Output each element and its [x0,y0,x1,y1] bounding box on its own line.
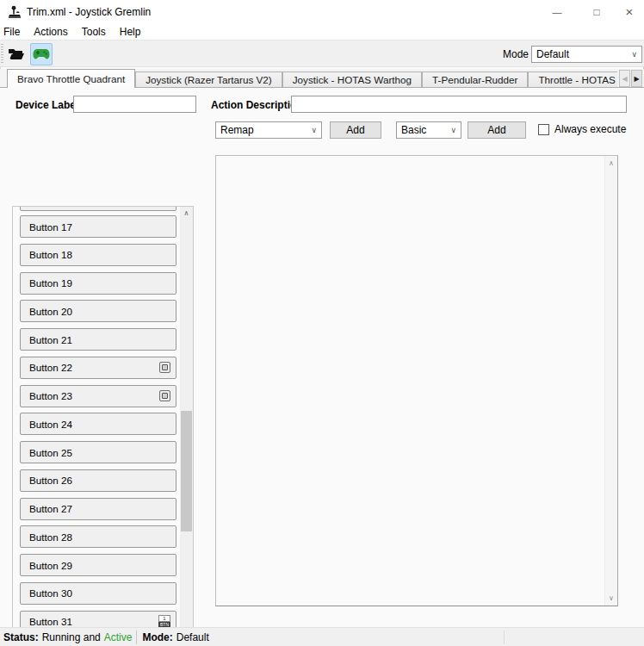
add-action-button[interactable]: Add [330,121,381,139]
remap-button-icon [159,390,170,401]
panel-vertical-scrollbar[interactable]: ∧ ∨ [604,156,617,606]
maximize-button[interactable]: □ [582,0,611,24]
tabs-container: Bravo Throttle QuadrantJoystick (Razer T… [7,69,617,88]
tab-scroll-right-button[interactable]: ▶ [631,70,642,87]
chevron-down-icon: ∨ [631,47,637,62]
open-folder-icon [8,47,25,61]
input-button-label: Button 24 [29,419,72,430]
device-tab-bar: Bravo Throttle QuadrantJoystick (Razer T… [0,69,644,88]
device-label-caption: Device Label [15,99,78,111]
menu-item-actions[interactable]: Actions [27,24,74,40]
tab-scroll-left-button[interactable]: ◀ [619,70,630,87]
menu-item-file[interactable]: File [0,24,27,40]
input-button-label: Button 17 [29,221,72,233]
activate-button[interactable] [30,43,53,65]
input-button-row[interactable]: Button 22 [20,357,176,379]
mode-select-value: Default [536,48,569,60]
input-button-label: Button 23 [29,390,72,401]
scroll-up-icon[interactable]: ∧ [605,157,617,170]
tab-t-pendular-rudder[interactable]: T-Pendular-Rudder [422,71,528,88]
input-button-label: Button 30 [29,587,72,599]
close-button[interactable]: × [615,0,644,24]
toolbar: Mode Default ∨ [0,40,644,67]
input-button-label: Button 29 [29,560,72,571]
input-button-label: Button 25 [29,447,72,458]
status-label: Status: [3,631,39,643]
menu-item-tools[interactable]: Tools [75,24,113,40]
scroll-down-icon[interactable]: ∨ [605,592,617,605]
input-button-label: Button 31 [29,616,72,627]
input-button-label: Button 26 [29,475,72,486]
always-execute-checkbox[interactable] [538,124,549,135]
input-button-row[interactable]: Button 21 [20,328,176,351]
input-button-row[interactable]: Button 20 [20,300,176,322]
device-page: Device Label Action Description Button 1… [0,88,644,627]
vertical-scroll-thumb[interactable] [181,411,192,531]
menu-bar: FileActionsToolsHelp [0,24,644,40]
vjoy-remap-icon: 1BTN [158,615,170,628]
condition-type-value: Basic [401,124,426,136]
device-label-input[interactable] [73,96,196,113]
tab-bravo-throttle-quadrant[interactable]: Bravo Throttle Quadrant [7,69,135,88]
input-button-label: Button 19 [29,277,72,289]
tab-throttle-hotas-warthog[interactable]: Throttle - HOTAS Warthog [528,71,617,88]
window-title: Trim.xml - Joystick Gremlin [27,0,151,24]
input-button-row[interactable]: Button 29 [20,554,176,576]
input-button-row[interactable]: Button 18 [20,244,176,266]
mode-label: Mode [503,40,529,68]
gamepad-icon [33,48,50,60]
status-panel-divider [504,630,505,644]
input-button-label: Button 20 [29,306,72,317]
title-bar: Trim.xml - Joystick Gremlin — □ × [0,0,644,24]
list-vertical-scrollbar[interactable]: ∧ ∨ [180,207,193,646]
menu-item-help[interactable]: Help [113,24,148,40]
mode-select[interactable]: Default ∨ [531,46,642,63]
chevron-down-icon: ∨ [450,122,456,138]
input-button-row[interactable]: Button 23 [20,385,176,407]
joystick-app-icon [8,5,22,19]
input-button-row[interactable]: Button 26 [20,469,176,492]
add-condition-button[interactable]: Add [468,121,526,139]
input-button-row[interactable]: Button 28 [20,525,176,548]
always-execute-label: Always execute [554,123,626,135]
input-button-label: Button 27 [29,503,72,514]
input-button-label: Button 18 [29,249,72,260]
toolbar-grip [1,44,3,65]
open-profile-button[interactable] [5,43,28,65]
app-window: Trim.xml - Joystick Gremlin — □ × FileAc… [0,0,644,646]
status-mode-label: Mode: [142,631,172,643]
input-button-row[interactable]: Button 19 [20,272,176,295]
action-configuration-area: ∧ ∨ [215,155,618,606]
status-running-text: Running and [42,631,101,643]
status-active-text: Active [104,631,133,643]
input-button-label: Button 21 [29,334,72,345]
action-type-value: Remap [220,124,254,136]
input-button-label: Button 28 [29,531,72,543]
list-item-clipped [20,206,176,211]
minimize-button[interactable]: — [542,0,572,24]
status-bar: Status: Running and Active Mode: Default [0,627,644,646]
input-button-row[interactable]: Button 25 [20,441,176,463]
tab-joystick-hotas-warthog[interactable]: Joystick - HOTAS Warthog [282,71,422,88]
status-mode-value: Default [176,631,209,643]
action-type-select[interactable]: Remap ∨ [215,121,322,139]
input-button-row[interactable]: Button 17 [20,215,176,238]
input-button-row[interactable]: Button 27 [20,498,176,520]
tab-joystick-razer-tartarus-v2[interactable]: Joystick (Razer Tartarus V2) [135,71,282,88]
remap-button-icon [159,362,170,373]
input-button-row[interactable]: Button 30 [20,582,176,605]
input-list-scroll-area: Button 17Button 18Button 19Button 20Butt… [12,206,194,646]
chevron-down-icon: ∨ [311,122,317,138]
status-divider [136,630,137,644]
condition-type-select[interactable]: Basic ∨ [396,121,461,139]
action-description-caption: Action Description [211,99,303,111]
input-button-row[interactable]: Button 24 [20,413,176,435]
action-description-input[interactable] [291,96,627,113]
input-button-label: Button 22 [29,362,72,373]
scroll-up-icon[interactable]: ∧ [180,207,193,220]
